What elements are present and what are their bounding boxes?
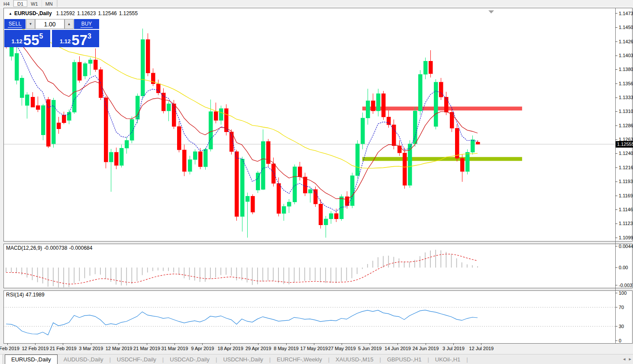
macd-tick-label: 0.004465 bbox=[619, 244, 633, 249]
price-tick-label: 1.14265 bbox=[619, 39, 633, 44]
chevron-down-icon: ▼ bbox=[29, 22, 32, 26]
rsi-pane-border bbox=[4, 291, 633, 344]
macd-main-value: -0.000738 bbox=[44, 245, 67, 251]
macd-signal-value: -0.000684 bbox=[69, 245, 92, 251]
date-label: 3 Feb 2019 bbox=[0, 346, 19, 351]
price-tick-label: 1.12400 bbox=[619, 151, 633, 156]
price-tick-label: 1.11930 bbox=[619, 179, 633, 184]
date-label: 29 Apr 2019 bbox=[245, 346, 271, 351]
tab-separator: | bbox=[466, 354, 468, 364]
date-label: 5 Jun 2019 bbox=[358, 346, 381, 351]
rsi-tick-label: 30 bbox=[619, 324, 624, 329]
chart-tab-bar: EURUSD-,DailyAUDUSD-,Daily|USDCHF-,Daily… bbox=[0, 354, 633, 364]
chart-tab-xauusd[interactable]: XAUUSD-,M15 bbox=[329, 354, 379, 364]
collapse-panel-icon[interactable]: ▲ bbox=[9, 12, 12, 16]
sell-price-sup: 5 bbox=[39, 32, 43, 40]
low-value: 1.12546 bbox=[98, 10, 116, 16]
price-tick-label: 1.12165 bbox=[619, 165, 633, 170]
open-value: 1.12592 bbox=[56, 10, 75, 16]
macd-tick-label: 0.00 bbox=[619, 265, 628, 270]
chart-tab-usdcad[interactable]: USDCAD-,Daily bbox=[164, 354, 216, 364]
price-tick-label: 1.12630 bbox=[619, 137, 633, 142]
tabs-scroll-right-icon[interactable]: ▸ bbox=[629, 356, 631, 362]
date-label: 9 Apr 2019 bbox=[191, 346, 214, 351]
date-label: 8 May 2019 bbox=[274, 346, 298, 351]
chart-tab-usdchf[interactable]: USDCHF-,Daily bbox=[111, 354, 162, 364]
date-label: 14 Jun 2019 bbox=[384, 346, 411, 351]
volume-decrease-button[interactable]: ▼ bbox=[26, 19, 35, 29]
chart-tab-audusd[interactable]: AUDUSD-,Daily bbox=[58, 354, 110, 364]
buy-button[interactable]: BUY bbox=[74, 19, 99, 29]
chart-tab-eurchf[interactable]: EURCHF-,Weekly bbox=[271, 354, 328, 364]
chart-title: ▲EURUSD-,Daily1.125921.126231.125461.125… bbox=[9, 10, 140, 16]
buy-price-prefix: 1.12 bbox=[60, 38, 71, 45]
price-tick-label: 1.14735 bbox=[619, 11, 633, 16]
buy-price-big: 57 bbox=[71, 34, 87, 46]
chevron-up-icon: ▲ bbox=[68, 22, 71, 26]
rsi-tick-label: 100 bbox=[619, 290, 627, 296]
chart-ohlc-values: 1.125921.126231.125461.12555 bbox=[56, 10, 140, 16]
timeframe-button-d1[interactable]: D1 bbox=[13, 0, 27, 7]
volume-input[interactable] bbox=[35, 19, 65, 29]
price-chart-canvas[interactable] bbox=[3, 8, 633, 354]
close-value: 1.12555 bbox=[119, 10, 138, 16]
rsi-tick-label: 70 bbox=[619, 305, 624, 310]
high-value: 1.12623 bbox=[77, 10, 96, 16]
date-label: 12 Mar 2019 bbox=[106, 346, 132, 351]
price-tick-label: 1.13800 bbox=[619, 67, 633, 72]
tabs-scroll-left-icon[interactable]: ◂ bbox=[623, 356, 626, 362]
date-label: 21 Feb 2019 bbox=[50, 346, 77, 351]
date-label: 27 May 2019 bbox=[328, 346, 356, 351]
volume-increase-button[interactable]: ▲ bbox=[65, 19, 74, 29]
date-label: 31 Mar 2019 bbox=[161, 346, 188, 351]
macd-indicator-label: MACD(12,26,9)-0.000738-0.000684 bbox=[6, 245, 94, 251]
date-label: 12 Jul 2019 bbox=[469, 346, 494, 351]
one-click-trading-panel: SELL ▼ ▲ BUY 1.12555 1.12573 bbox=[4, 19, 99, 47]
toolbar-separator bbox=[57, 0, 58, 7]
price-tick-label: 1.12865 bbox=[619, 123, 633, 128]
rsi-tick-label: 0 bbox=[619, 338, 621, 343]
date-label: 3 Mar 2019 bbox=[79, 346, 103, 351]
price-tick-label: 1.11465 bbox=[619, 207, 633, 212]
tab-scroll-buttons: ◂ ▸ bbox=[623, 354, 631, 364]
date-label: 3 Jul 2019 bbox=[442, 346, 465, 351]
sell-price-prefix: 1.12 bbox=[12, 38, 23, 45]
buy-price-sup: 3 bbox=[87, 32, 91, 40]
price-tick-label: 1.13330 bbox=[619, 95, 633, 100]
rsi-value: 47.1989 bbox=[26, 292, 44, 298]
sell-button[interactable]: SELL bbox=[4, 19, 26, 29]
chart-tab-eurusd[interactable]: EURUSD-,Daily bbox=[5, 354, 58, 364]
chart-tab-gbpusd[interactable]: GBPUSD-,H1 bbox=[381, 354, 427, 364]
timeframe-button-mn[interactable]: MN bbox=[42, 0, 57, 7]
timeframe-toolbar: H4D1W1MN bbox=[0, 0, 633, 7]
price-tick-label: 1.13565 bbox=[619, 81, 633, 86]
price-tick-label: 1.14500 bbox=[619, 25, 633, 30]
timeframe-button-h4[interactable]: H4 bbox=[0, 0, 13, 7]
sell-price-big: 55 bbox=[23, 34, 39, 46]
trading-terminal: { "toolbar": { "timeframes": [ {"label":… bbox=[0, 0, 633, 364]
price-tick-label: 1.11230 bbox=[619, 221, 633, 226]
timeframe-button-w1[interactable]: W1 bbox=[27, 0, 42, 7]
chart-tab-usdcnh[interactable]: USDCNH-,Daily bbox=[217, 354, 269, 364]
price-tick-label: 1.10995 bbox=[619, 235, 633, 240]
rsi-indicator-label: RSI(14)47.1989 bbox=[6, 292, 46, 298]
date-label: 24 Jun 2019 bbox=[413, 346, 439, 351]
chart-symbol-label: EURUSD-,Daily bbox=[14, 10, 52, 16]
date-label: 17 May 2019 bbox=[300, 346, 328, 351]
price-tick-label: 1.11695 bbox=[619, 193, 633, 198]
tab-bar-edge bbox=[0, 354, 3, 364]
date-label: 21 Mar 2019 bbox=[133, 346, 160, 351]
date-label: 12 Feb 2019 bbox=[22, 346, 49, 351]
chart-tab-ukoil[interactable]: UKOil-,H1 bbox=[429, 354, 467, 364]
date-label: 18 Apr 2019 bbox=[218, 346, 243, 351]
price-tick-label: 1.13100 bbox=[619, 109, 633, 114]
macd-tick-label: -0.003715 bbox=[619, 283, 633, 288]
sell-price-display[interactable]: 1.12555 bbox=[4, 30, 50, 47]
buy-price-display[interactable]: 1.12573 bbox=[52, 30, 99, 47]
price-tick-label: 1.14030 bbox=[619, 53, 633, 58]
